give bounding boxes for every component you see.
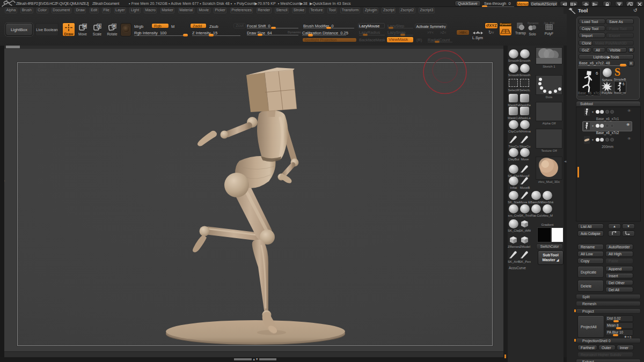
svg-text:6: 6 [623, 82, 625, 86]
svg-text:S: S [98, 24, 100, 28]
svg-text:M: M [83, 24, 86, 28]
svg-text:6: 6 [596, 71, 598, 76]
svg-text:R: R [113, 24, 115, 28]
